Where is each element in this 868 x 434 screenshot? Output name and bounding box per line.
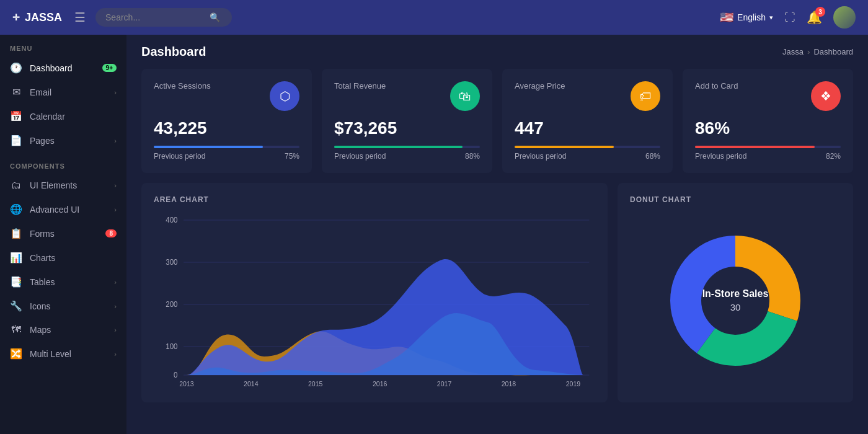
dashboard-icon: 🕐	[10, 62, 22, 74]
stat-card-value-price: 447	[515, 118, 660, 138]
chevron-right-icon: ›	[114, 89, 117, 96]
multi-level-icon: 🔀	[10, 348, 22, 360]
logo-icon: ✛	[12, 12, 20, 22]
stat-card-period-revenue: Previous period 88%	[334, 152, 480, 161]
language-label: English	[737, 12, 766, 22]
sidebar-label-tables: Tables	[30, 277, 107, 287]
sidebar-item-ui-elements[interactable]: 🗂 UI Elements ›	[0, 174, 126, 197]
language-selector[interactable]: 🇺🇸 English ▾	[720, 11, 773, 24]
stat-card-label-price: Average Price	[515, 81, 565, 91]
stat-card-header-sessions: Active Sessions ⬡	[154, 81, 299, 111]
sidebar-item-multi-level[interactable]: 🔀 Multi Level ›	[0, 342, 126, 366]
search-box: 🔍	[95, 8, 232, 27]
sidebar-label-maps: Maps	[30, 325, 107, 335]
sidebar-label-icons: Icons	[30, 301, 107, 311]
tables-icon: 📑	[10, 276, 22, 288]
donut-chart-container: In-Store Sales 30	[630, 214, 841, 388]
stat-card-value-revenue: $73,265	[334, 118, 480, 138]
svg-text:2016: 2016	[373, 380, 388, 388]
chevron-right-icon-pages: ›	[114, 137, 117, 144]
svg-text:2017: 2017	[437, 380, 452, 388]
period-label-revenue: Previous period	[334, 152, 386, 161]
progress-fill-revenue	[334, 146, 463, 148]
svg-text:0: 0	[174, 371, 178, 379]
progress-bg-sessions	[154, 146, 299, 148]
sidebar-label-pages: Pages	[30, 136, 107, 146]
breadcrumb-root[interactable]: Jassa	[782, 47, 804, 56]
sidebar-item-calendar[interactable]: 📅 Calendar	[0, 104, 126, 128]
sidebar-item-dashboard[interactable]: 🕐 Dashboard 9+	[0, 56, 126, 80]
breadcrumb-separator: ›	[807, 47, 810, 56]
topnav: ✛ JASSA ☰ 🔍 🇺🇸 English ▾ ⛶ 🔔 3	[0, 0, 868, 35]
user-avatar[interactable]	[833, 6, 856, 29]
stat-card-footer-price: Previous period 68%	[515, 146, 660, 161]
stat-card-header-revenue: Total Revenue 🛍	[334, 81, 480, 111]
period-label-price: Previous period	[515, 152, 566, 161]
period-label-card: Previous period	[695, 152, 746, 161]
progress-fill-card	[695, 146, 815, 148]
stat-card-value-card: 86%	[695, 118, 841, 138]
period-percent-sessions: 75%	[285, 152, 299, 161]
svg-text:2019: 2019	[566, 380, 581, 388]
components-section-label: COMPONENTS	[0, 153, 126, 174]
svg-text:2014: 2014	[244, 380, 259, 388]
area-chart-title: AREA CHART	[154, 195, 595, 204]
donut-chart-svg: In-Store Sales 30	[655, 220, 816, 381]
period-percent-price: 68%	[645, 152, 660, 161]
stat-card-period-sessions: Previous period 75%	[154, 152, 299, 161]
svg-text:30: 30	[730, 302, 741, 312]
page-title: Dashboard	[141, 45, 206, 59]
stat-card-add-to-card: Add to Card ❖ 86% Previous period 82%	[683, 69, 853, 173]
stat-card-icon-price: 🏷	[631, 81, 660, 111]
stat-card-label-revenue: Total Revenue	[334, 81, 386, 91]
period-percent-revenue: 88%	[465, 152, 480, 161]
calendar-icon: 📅	[10, 110, 22, 122]
sidebar-item-advanced-ui[interactable]: 🌐 Advanced UI ›	[0, 197, 126, 221]
forms-badge: 8	[105, 229, 117, 237]
sidebar-item-charts[interactable]: 📊 Charts	[0, 246, 126, 270]
sidebar-item-maps[interactable]: 🗺 Maps ›	[0, 318, 126, 342]
expand-icon[interactable]: ⛶	[784, 11, 795, 24]
stat-card-footer-card: Previous period 82%	[695, 146, 841, 161]
sidebar-item-forms[interactable]: 📋 Forms 8	[0, 221, 126, 246]
period-label-sessions: Previous period	[154, 152, 205, 161]
sidebar-item-icons[interactable]: 🔧 Icons ›	[0, 294, 126, 318]
progress-fill-price	[515, 146, 614, 148]
dashboard-badge: 9+	[102, 64, 117, 72]
notification-button[interactable]: 🔔 3	[807, 10, 822, 25]
sidebar-item-pages[interactable]: 📄 Pages ›	[0, 128, 126, 153]
notification-badge: 3	[815, 7, 825, 17]
stat-card-footer-sessions: Previous period 75%	[154, 146, 299, 161]
topnav-right: 🇺🇸 English ▾ ⛶ 🔔 3	[720, 6, 856, 29]
sidebar-item-tables[interactable]: 📑 Tables ›	[0, 270, 126, 294]
chevron-down-icon: ▾	[769, 14, 773, 22]
sidebar-label-multi-level: Multi Level	[30, 349, 107, 359]
maps-icon: 🗺	[10, 324, 22, 335]
svg-text:2015: 2015	[308, 380, 323, 388]
svg-text:In-Store Sales: In-Store Sales	[702, 288, 769, 299]
chevron-right-icon-advanced: ›	[114, 206, 117, 213]
avatar-image	[833, 6, 856, 29]
menu-section-label: MENU	[0, 35, 126, 56]
stat-card-label-card: Add to Card	[695, 81, 738, 91]
stat-card-footer-revenue: Previous period 88%	[334, 146, 480, 161]
app-name: JASSA	[25, 11, 62, 24]
search-input[interactable]	[105, 12, 205, 22]
area-chart-container: 400 300 200 100 0 2013 2014 2015 2016 20…	[154, 214, 595, 390]
chevron-right-icon-ui: ›	[114, 182, 117, 189]
sidebar-item-email[interactable]: ✉ Email ›	[0, 80, 126, 104]
sidebar: MENU 🕐 Dashboard 9+ ✉ Email › 📅 Calendar…	[0, 35, 126, 434]
stat-card-revenue: Total Revenue 🛍 $73,265 Previous period …	[322, 69, 492, 173]
pages-icon: 📄	[10, 135, 22, 146]
progress-bg-card	[695, 146, 841, 148]
svg-text:2013: 2013	[179, 380, 194, 388]
advanced-ui-icon: 🌐	[10, 203, 22, 215]
chevron-right-icon-tables: ›	[114, 278, 117, 286]
donut-chart-card: DONUT CHART	[618, 183, 853, 402]
sidebar-label-calendar: Calendar	[30, 112, 117, 122]
stat-card-label-sessions: Active Sessions	[154, 81, 211, 91]
hamburger-button[interactable]: ☰	[74, 10, 86, 25]
app-logo[interactable]: ✛ JASSA	[12, 11, 62, 24]
ui-elements-icon: 🗂	[10, 180, 22, 191]
svg-text:100: 100	[166, 342, 178, 350]
